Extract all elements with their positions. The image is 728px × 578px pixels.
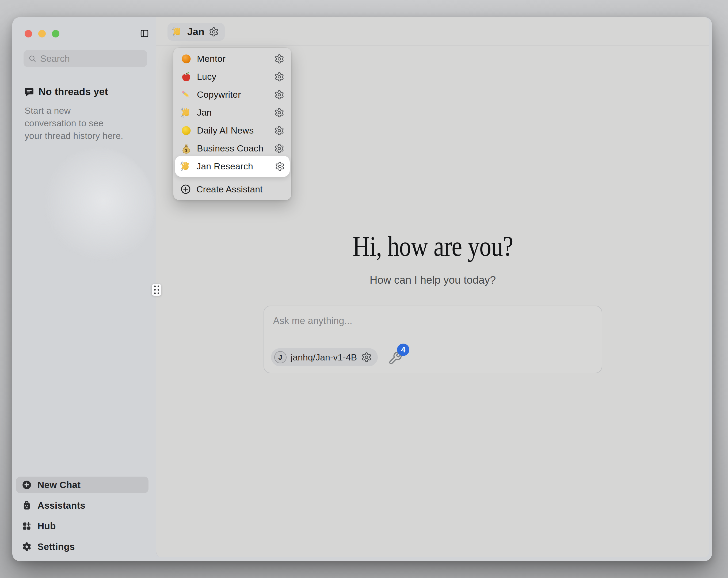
sidebar-item-hub[interactable]: Hub — [16, 518, 149, 534]
sidebar-item-new-chat[interactable]: New Chat — [16, 477, 149, 493]
sidebar: No threads yet Start a new conversation … — [12, 17, 156, 561]
greeting-subtitle: How can I help you today? — [156, 274, 709, 286]
assistant-menu-item-copywriter[interactable]: Copywriter — [176, 85, 289, 104]
assistant-item-gear-icon[interactable] — [274, 107, 284, 118]
assistant-menu-item-lucy[interactable]: Lucy — [176, 68, 289, 85]
assistant-menu: Mentor Lucy Copywriter Jan Daily AI News… — [173, 48, 291, 200]
main-header: Jan — [156, 17, 709, 46]
assistant-menu-item-jan[interactable]: Jan — [176, 104, 289, 122]
assistant-menu-item-business-coach[interactable]: Business Coach — [176, 140, 289, 157]
sidebar-toggle-icon[interactable] — [140, 29, 149, 38]
composer: J janhq/Jan-v1-4B 4 — [263, 306, 602, 373]
sidebar-glow — [42, 148, 154, 266]
empty-state-title: No threads yet — [38, 86, 108, 97]
assistant-item-gear-icon[interactable] — [274, 144, 284, 154]
orange-circle-icon — [180, 53, 192, 65]
assistant-settings-gear-icon[interactable] — [209, 27, 219, 37]
menu-divider — [173, 178, 291, 178]
money-bag-icon — [180, 143, 192, 154]
assistant-item-gear-icon[interactable] — [274, 72, 284, 82]
chat-bubble-icon — [24, 87, 34, 97]
minimize-button[interactable] — [38, 30, 46, 37]
model-name: janhq/Jan-v1-4B — [291, 352, 357, 362]
assistant-selector-chip[interactable]: Jan — [167, 23, 225, 41]
wave-hand-icon — [180, 160, 191, 172]
search-input[interactable] — [40, 53, 142, 64]
assistant-selector-label: Jan — [187, 26, 204, 37]
message-input[interactable] — [273, 315, 593, 326]
tools-count-badge: 4 — [397, 344, 409, 356]
pencil-icon — [180, 89, 192, 101]
assistant-menu-item-mentor[interactable]: Mentor — [176, 50, 289, 68]
zoom-button[interactable] — [52, 30, 59, 37]
hub-grid-icon — [22, 521, 31, 531]
plus-circle-icon — [180, 184, 191, 195]
sidebar-item-settings[interactable]: Settings — [16, 538, 149, 555]
main-panel: Jan Mentor Lucy Copywriter Jan Daily AI … — [156, 17, 709, 557]
empty-state-description: Start a new conversation to see your thr… — [25, 104, 124, 142]
model-selector-chip[interactable]: J janhq/Jan-v1-4B — [271, 348, 378, 366]
app-window: No threads yet Start a new conversation … — [12, 17, 712, 561]
assistant-item-gear-icon[interactable] — [274, 54, 284, 64]
assistant-item-gear-icon[interactable] — [274, 90, 284, 100]
sidebar-resize-handle[interactable] — [152, 284, 161, 296]
wave-hand-icon — [172, 26, 183, 37]
gear-icon — [22, 542, 31, 552]
apple-icon — [180, 71, 192, 83]
create-assistant-label: Create Assistant — [197, 184, 263, 195]
assistant-item-gear-icon[interactable] — [274, 126, 284, 136]
window-controls — [25, 30, 59, 37]
greeting-title: Hi, how are you? — [353, 230, 513, 263]
tools-button[interactable]: 4 — [388, 350, 402, 365]
wave-hand-icon — [180, 107, 192, 119]
assistant-menu-item-daily-ai-news[interactable]: Daily AI News — [176, 122, 289, 140]
sidebar-item-assistants[interactable]: Assistants — [16, 497, 149, 514]
sidebar-nav: New Chat Assistants Hub Settings — [16, 477, 149, 555]
search-field[interactable] — [24, 50, 147, 67]
model-settings-gear-icon[interactable] — [361, 352, 372, 362]
robot-icon — [22, 501, 31, 510]
plus-circle-icon — [22, 480, 31, 490]
assistant-item-gear-icon[interactable] — [275, 161, 285, 172]
create-assistant-button[interactable]: Create Assistant — [176, 180, 289, 199]
model-avatar: J — [274, 351, 287, 363]
close-button[interactable] — [25, 30, 32, 37]
assistant-menu-item-jan-research[interactable]: Jan Research — [175, 156, 290, 177]
yellow-circle-icon — [180, 125, 192, 136]
search-icon — [28, 55, 36, 62]
